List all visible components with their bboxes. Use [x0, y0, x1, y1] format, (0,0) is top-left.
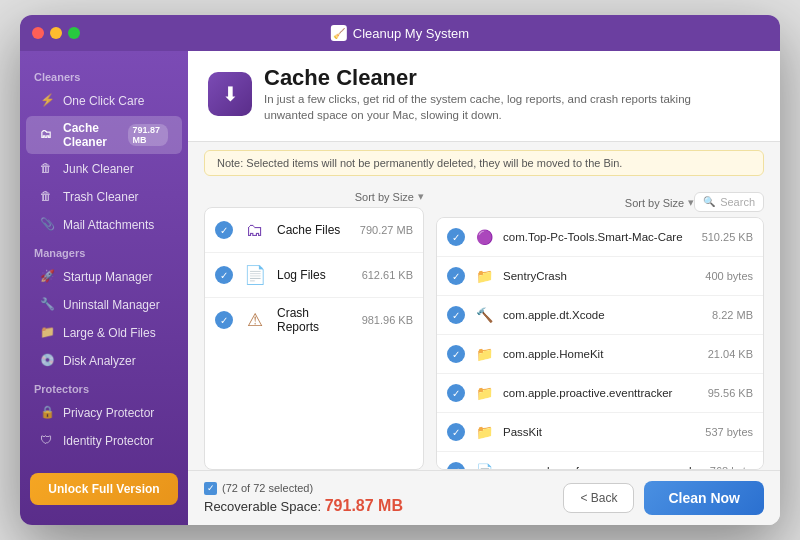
- back-button[interactable]: < Back: [563, 483, 634, 513]
- right-item-name: PassKit: [503, 426, 697, 438]
- right-item-size: 95.56 KB: [708, 387, 753, 399]
- privacy-protector-icon: 🔒: [40, 405, 56, 421]
- right-panel-header: Sort by Size ▾ 🔍 Search: [436, 184, 764, 217]
- list-item[interactable]: ✓ 📄 Log Files 612.61 KB: [205, 253, 423, 298]
- crash-reports-size: 981.96 KB: [362, 314, 413, 326]
- window-title: Cleanup My System: [353, 26, 469, 41]
- cache-files-icon: 🗂: [241, 216, 269, 244]
- left-sort-arrow: ▾: [418, 190, 424, 203]
- sidebar: Cleaners ⚡ One Click Care 🗂 Cache Cleane…: [20, 51, 188, 525]
- note-bar: Note: Selected items will not be permane…: [204, 150, 764, 176]
- log-files-icon: 📄: [241, 261, 269, 289]
- check-icon: ✓: [215, 311, 233, 329]
- list-item[interactable]: ✓ 📁 com.apple.proactive.eventtracker 95.…: [437, 374, 763, 413]
- right-item-icon: 🔨: [473, 304, 495, 326]
- right-item-name: com.apple.HomeKit: [503, 348, 700, 360]
- sidebar-item-label: Identity Protector: [63, 434, 154, 448]
- cleaners-section-label: Cleaners: [20, 63, 188, 87]
- right-item-icon: 📁: [473, 382, 495, 404]
- right-item-size: 400 bytes: [705, 270, 753, 282]
- right-item-name: SentryCrash: [503, 270, 697, 282]
- recoverable-value: 791.87 MB: [325, 497, 403, 514]
- right-item-name: com.apple.proactive.eventtracker: [503, 387, 700, 399]
- sidebar-item-label: Junk Cleaner: [63, 162, 134, 176]
- right-item-size: 510.25 KB: [702, 231, 753, 243]
- list-item[interactable]: ✓ 🔨 com.apple.dt.Xcode 8.22 MB: [437, 296, 763, 335]
- titlebar-title: 🧹 Cleanup My System: [331, 25, 469, 41]
- cache-cleaner-badge: 791.87 MB: [128, 124, 168, 146]
- sidebar-item-label: Large & Old Files: [63, 326, 156, 340]
- sidebar-item-trash-cleaner[interactable]: 🗑 Trash Cleaner: [26, 184, 182, 210]
- sidebar-item-large-old-files[interactable]: 📁 Large & Old Files: [26, 320, 182, 346]
- unlock-button[interactable]: Unlock Full Version: [30, 473, 178, 505]
- sidebar-item-identity-protector[interactable]: 🛡 Identity Protector: [26, 428, 182, 454]
- footer-checkbox[interactable]: ✓: [204, 482, 217, 495]
- disk-analyzer-icon: 💿: [40, 353, 56, 369]
- footer-space: Recoverable Space: 791.87 MB: [204, 497, 403, 515]
- right-panel: Sort by Size ▾ 🔍 Search ✓ 🟣 com.Top-Pc-T: [436, 184, 764, 470]
- list-item[interactable]: ✓ 📁 SentryCrash 400 bytes: [437, 257, 763, 296]
- recoverable-label: Recoverable Space:: [204, 499, 321, 514]
- check-icon: ✓: [447, 345, 465, 363]
- right-item-icon: 📁: [473, 265, 495, 287]
- maximize-button[interactable]: [68, 27, 80, 39]
- uninstall-manager-icon: 🔧: [40, 297, 56, 313]
- search-box[interactable]: 🔍 Search: [694, 192, 764, 212]
- sidebar-item-one-click-care[interactable]: ⚡ One Click Care: [26, 88, 182, 114]
- footer-selected-text: (72 of 72 selected): [222, 482, 313, 494]
- crash-reports-icon: ⚠: [241, 306, 269, 334]
- search-icon: 🔍: [703, 196, 715, 207]
- list-item[interactable]: ✓ 📁 com.apple.HomeKit 21.04 KB: [437, 335, 763, 374]
- cache-cleaner-icon: 🗂: [40, 127, 56, 143]
- sidebar-item-privacy-protector[interactable]: 🔒 Privacy Protector: [26, 400, 182, 426]
- sidebar-item-junk-cleaner[interactable]: 🗑 Junk Cleaner: [26, 156, 182, 182]
- managers-section-label: Managers: [20, 239, 188, 263]
- protectors-section-label: Protectors: [20, 375, 188, 399]
- left-items-list: ✓ 🗂 Cache Files 790.27 MB ✓ 📄 Log Files …: [204, 207, 424, 470]
- sidebar-item-startup-manager[interactable]: 🚀 Startup Manager: [26, 264, 182, 290]
- check-icon: ✓: [447, 267, 465, 285]
- content-title: Cache Cleaner: [264, 65, 744, 91]
- sidebar-item-label: Trash Cleaner: [63, 190, 139, 204]
- content-area: ⬇ Cache Cleaner In just a few clicks, ge…: [188, 51, 780, 525]
- list-item[interactable]: ✓ 🟣 com.Top-Pc-Tools.Smart-Mac-Care 510.…: [437, 218, 763, 257]
- list-item[interactable]: ✓ 📁 PassKit 537 bytes: [437, 413, 763, 452]
- cache-files-size: 790.27 MB: [360, 224, 413, 236]
- check-icon: ✓: [447, 228, 465, 246]
- right-item-size: 537 bytes: [705, 426, 753, 438]
- startup-manager-icon: 🚀: [40, 269, 56, 285]
- content-title-row: ⬇ Cache Cleaner In just a few clicks, ge…: [208, 65, 760, 123]
- left-sort-label: Sort by Size: [355, 191, 414, 203]
- right-item-icon: 📁: [473, 343, 495, 365]
- content-title-block: Cache Cleaner In just a few clicks, get …: [264, 65, 744, 123]
- sidebar-item-mail-attachments[interactable]: 📎 Mail Attachments: [26, 212, 182, 238]
- content-app-icon: ⬇: [208, 72, 252, 116]
- sidebar-item-uninstall-manager[interactable]: 🔧 Uninstall Manager: [26, 292, 182, 318]
- right-item-size: 21.04 KB: [708, 348, 753, 360]
- right-item-icon: 🟣: [473, 226, 495, 248]
- sidebar-item-label: One Click Care: [63, 94, 144, 108]
- traffic-lights: [32, 27, 80, 39]
- right-item-icon: 📁: [473, 421, 495, 443]
- sidebar-item-label: Privacy Protector: [63, 406, 154, 420]
- right-item-icon: 📄: [473, 460, 495, 470]
- close-button[interactable]: [32, 27, 44, 39]
- footer-selected: ✓ (72 of 72 selected): [204, 482, 403, 495]
- sidebar-item-cache-cleaner[interactable]: 🗂 Cache Cleaner 791.87 MB: [26, 116, 182, 154]
- list-item[interactable]: ✓ 📄 com.apple.preferencepanes.usercache …: [437, 452, 763, 470]
- right-item-name: com.apple.dt.Xcode: [503, 309, 704, 321]
- clean-now-button[interactable]: Clean Now: [644, 481, 764, 515]
- log-files-size: 612.61 KB: [362, 269, 413, 281]
- trash-cleaner-icon: 🗑: [40, 189, 56, 205]
- left-panel: Sort by Size ▾ ✓ 🗂 Cache Files 790.27 MB…: [204, 184, 424, 470]
- list-item[interactable]: ✓ 🗂 Cache Files 790.27 MB: [205, 208, 423, 253]
- content-description: In just a few clicks, get rid of the sys…: [264, 91, 744, 123]
- cache-files-name: Cache Files: [277, 223, 352, 237]
- sidebar-item-disk-analyzer[interactable]: 💿 Disk Analyzer: [26, 348, 182, 374]
- check-icon: ✓: [447, 423, 465, 441]
- list-item[interactable]: ✓ ⚠ Crash Reports 981.96 KB: [205, 298, 423, 342]
- minimize-button[interactable]: [50, 27, 62, 39]
- sidebar-spacer: [20, 455, 188, 465]
- mail-attachments-icon: 📎: [40, 217, 56, 233]
- main-layout: Cleaners ⚡ One Click Care 🗂 Cache Cleane…: [20, 51, 780, 525]
